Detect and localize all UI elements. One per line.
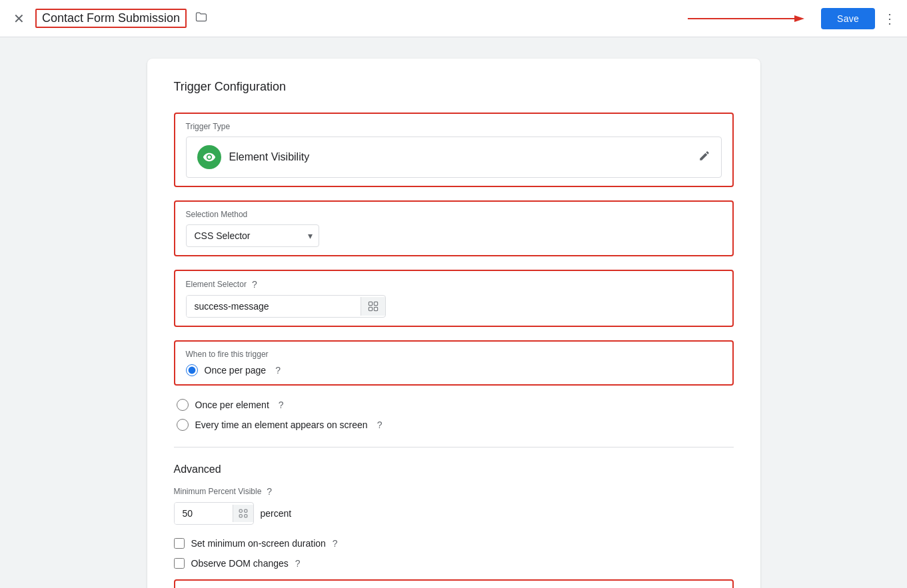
svg-rect-2 [369, 302, 372, 305]
svg-rect-3 [374, 302, 377, 305]
radio-every-time[interactable]: Every time an element appears on screen … [177, 419, 734, 431]
annotation-arrow [688, 12, 808, 25]
svg-rect-7 [244, 509, 247, 512]
min-percent-field: Minimum Percent Visible ? [174, 486, 734, 525]
page-title: Contact Form Submission [35, 9, 187, 28]
svg-rect-6 [239, 509, 242, 512]
additional-fire-options: Once per element ? Every time an element… [174, 399, 734, 431]
advanced-checkboxes: Set minimum on-screen duration ? Observe… [174, 538, 734, 569]
trigger-type-section: Trigger Type Element Visibility [174, 113, 734, 187]
once-per-element-help-icon[interactable]: ? [279, 400, 284, 410]
advanced-title: Advanced [174, 463, 734, 475]
radio-every-time-label: Every time an element appears on screen [195, 420, 368, 430]
panel-title: Trigger Configuration [174, 80, 734, 94]
more-options-icon[interactable]: ⋮ [883, 11, 896, 27]
topbar-right: Save ⋮ [688, 8, 896, 29]
observe-dom-label: Observe DOM changes ? [191, 558, 301, 569]
observe-dom-help-icon[interactable]: ? [295, 558, 301, 569]
min-percent-label: Minimum Percent Visible ? [174, 486, 734, 497]
topbar: ✕ Contact Form Submission Save ⋮ [0, 0, 907, 37]
every-time-help-icon[interactable]: ? [377, 420, 383, 430]
min-duration-checkbox[interactable] [174, 538, 185, 549]
radio-once-per-page-label: Once per page [205, 365, 267, 376]
percent-row: percent [174, 502, 734, 525]
advanced-section: Advanced Minimum Percent Visible ? [174, 463, 734, 588]
when-to-fire-options: Once per page ? [186, 364, 722, 376]
folder-icon[interactable] [195, 10, 208, 27]
radio-once-per-element[interactable]: Once per element ? [177, 399, 734, 411]
radio-once-per-element-label: Once per element [195, 400, 269, 410]
observe-dom-checkbox[interactable] [174, 558, 185, 569]
percent-input-wrapper [174, 502, 254, 525]
once-per-page-help-icon[interactable]: ? [275, 365, 281, 376]
trigger-type-label: Trigger Type [186, 122, 722, 131]
svg-rect-4 [369, 307, 372, 310]
checkbox-min-duration[interactable]: Set minimum on-screen duration ? [174, 538, 734, 549]
element-selector-label: Element Selector ? [186, 279, 722, 290]
svg-marker-1 [794, 15, 804, 22]
element-selector-input-wrapper [186, 295, 386, 318]
fires-on-section: This trigger fires on All Visibility Eve… [174, 579, 734, 588]
selection-method-wrapper: CSS Selector Element ID ▾ [186, 224, 319, 247]
min-duration-help-icon[interactable]: ? [333, 538, 338, 549]
selection-method-section: Selection Method CSS Selector Element ID… [174, 200, 734, 256]
element-selector-section: Element Selector ? [174, 270, 734, 327]
config-panel: Trigger Configuration Trigger Type Eleme… [147, 59, 760, 588]
percent-picker-button[interactable] [233, 505, 253, 522]
close-button[interactable]: ✕ [11, 8, 27, 29]
percent-input[interactable] [175, 503, 233, 524]
element-selector-picker-button[interactable] [361, 297, 385, 316]
svg-rect-8 [239, 515, 242, 517]
trigger-type-content: Element Visibility [186, 137, 722, 178]
min-percent-help-icon[interactable]: ? [267, 486, 272, 497]
radio-once-per-page[interactable]: Once per page ? [186, 364, 722, 376]
main-content: Trigger Configuration Trigger Type Eleme… [0, 37, 907, 588]
selection-method-select[interactable]: CSS Selector Element ID [186, 224, 319, 247]
save-button[interactable]: Save [821, 8, 875, 29]
element-selector-help-icon[interactable]: ? [252, 279, 257, 290]
svg-rect-5 [374, 307, 377, 310]
when-to-fire-label: When to fire this trigger [186, 350, 722, 359]
topbar-left: ✕ Contact Form Submission [11, 8, 688, 29]
min-duration-label: Set minimum on-screen duration ? [191, 538, 338, 549]
selection-method-label: Selection Method [186, 210, 722, 219]
when-to-fire-section: When to fire this trigger Once per page … [174, 340, 734, 386]
trigger-type-name: Element Visibility [229, 151, 698, 163]
element-selector-input[interactable] [187, 296, 361, 317]
trigger-type-icon [197, 145, 221, 169]
edit-trigger-icon[interactable] [698, 150, 710, 165]
section-divider [174, 447, 734, 447]
svg-rect-9 [244, 515, 247, 517]
checkbox-observe-dom[interactable]: Observe DOM changes ? [174, 558, 734, 569]
percent-unit-label: percent [261, 508, 292, 519]
